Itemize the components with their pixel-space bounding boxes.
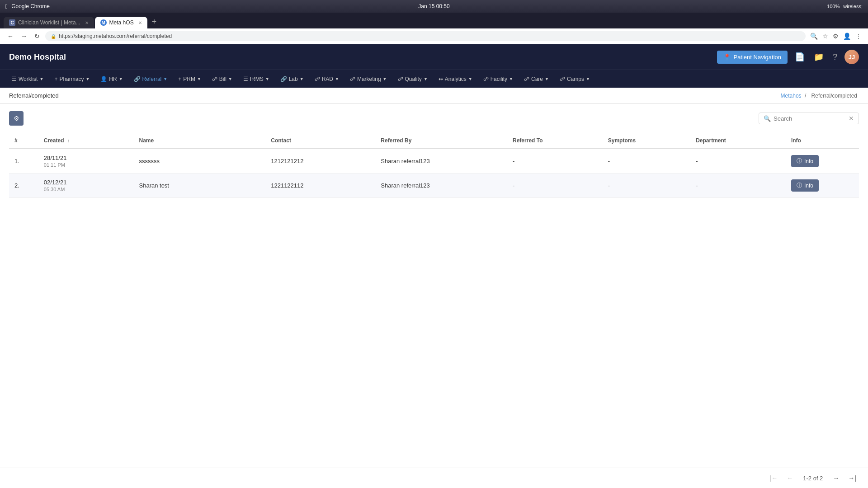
apple-icon:  xyxy=(5,3,8,10)
referral-icon: 🔗 xyxy=(134,76,141,82)
header-actions: 📍 Patient Navigation 📄 📁 ? JJ xyxy=(717,50,859,64)
nav-item-care[interactable]: ☍ Care ▼ xyxy=(519,74,553,84)
nav-item-analytics[interactable]: ↭ Analytics ▼ xyxy=(434,74,477,84)
zoom-button[interactable]: 🔍 xyxy=(809,32,819,41)
nav-item-irms[interactable]: ☰ IRMS ▼ xyxy=(239,74,274,84)
row2-symptoms: - xyxy=(603,174,690,198)
reload-button[interactable]: ↻ xyxy=(33,32,42,41)
nav-item-camps[interactable]: ☍ Camps ▼ xyxy=(555,74,594,84)
patient-nav-icon: 📍 xyxy=(723,54,731,61)
new-tab-button[interactable]: + xyxy=(148,15,160,28)
row1-referred-to: - xyxy=(507,149,603,174)
row1-info-button[interactable]: ⓘ Info xyxy=(791,155,819,167)
address-bar: ← → ↻ 🔒 https://staging.metahos.com/refe… xyxy=(0,28,868,44)
nav-label-care: Care xyxy=(531,76,543,82)
row1-department: - xyxy=(690,149,786,174)
nav-item-worklist[interactable]: ☰ Worklist ▼ xyxy=(7,74,48,84)
nav-item-quality[interactable]: ☍ Quality ▼ xyxy=(393,74,432,84)
nav-item-referral[interactable]: 🔗 Referral ▼ xyxy=(129,74,172,84)
nav-label-pharmacy: Pharmacy xyxy=(59,76,84,82)
nav-item-bill[interactable]: ☍ Bill ▼ xyxy=(208,74,237,84)
os-app-name: Google Chrome xyxy=(11,3,50,9)
table-header: # Created ↑ Name Contact Referred By Ref… xyxy=(9,133,859,149)
col-header-symptoms: Symptoms xyxy=(603,133,690,149)
tab-2-favicon: M xyxy=(100,19,107,26)
tab-2-title: Meta hOS xyxy=(109,19,134,26)
row1-date: 28/11/21 xyxy=(44,155,128,161)
browser-actions: 🔍 ☆ ⚙ 👤 ⋮ xyxy=(809,32,863,41)
os-bar-left:  Google Chrome xyxy=(5,3,50,10)
pharmacy-icon: + xyxy=(54,76,57,82)
nav-item-prm[interactable]: + PRM ▼ xyxy=(174,74,206,84)
prev-page-button[interactable]: ← xyxy=(784,473,796,483)
col-contact-label: Contact xyxy=(271,137,291,144)
col-info-label: Info xyxy=(791,137,801,144)
folder-icon-button[interactable]: 📁 xyxy=(812,50,826,64)
back-button[interactable]: ← xyxy=(5,32,15,41)
wifi-icon: wireless; xyxy=(843,4,863,9)
rad-icon: ☍ xyxy=(315,76,320,82)
nav-item-marketing[interactable]: ☍ Marketing ▼ xyxy=(345,74,392,84)
nav-item-lab[interactable]: 🔗 Lab ▼ xyxy=(276,74,308,84)
avatar[interactable]: JJ xyxy=(844,50,859,64)
nav-label-hr: HR xyxy=(109,76,117,82)
row1-name: sssssss xyxy=(134,149,266,174)
col-header-number: # xyxy=(9,133,38,149)
url-bar[interactable]: 🔒 https://staging.metahos.com/referral/c… xyxy=(45,31,806,41)
col-refby-label: Referred By xyxy=(381,137,411,144)
profile-button[interactable]: 👤 xyxy=(842,32,852,41)
search-input[interactable] xyxy=(774,115,846,122)
col-header-contact: Contact xyxy=(265,133,375,149)
worklist-icon: ☰ xyxy=(12,76,17,82)
first-page-button[interactable]: |← xyxy=(767,473,781,483)
patient-navigation-button[interactable]: 📍 Patient Navigation xyxy=(717,51,788,64)
breadcrumb-nav-current: Referral/completed xyxy=(811,93,857,99)
os-bar-right: 100% wireless; xyxy=(827,4,863,9)
document-icon-button[interactable]: 📄 xyxy=(793,50,807,64)
search-clear-icon[interactable]: ✕ xyxy=(849,115,854,122)
row2-contact: 1221122112 xyxy=(265,174,375,198)
breadcrumb-home-link[interactable]: Metahos xyxy=(781,93,802,99)
browser-chrome: C Clinician Worklist | Meta... ✕ M Meta … xyxy=(0,13,868,44)
nav-item-hr[interactable]: 👤 HR ▼ xyxy=(96,74,127,84)
settings-button[interactable]: ⚙ xyxy=(9,111,24,126)
row2-time: 05:30 AM xyxy=(44,187,128,192)
search-wrapper: 🔍 ✕ xyxy=(759,113,859,124)
care-icon: ☍ xyxy=(524,76,529,82)
last-page-button[interactable]: →| xyxy=(845,473,859,483)
row2-created: 02/12/21 05:30 AM xyxy=(38,174,134,198)
tab-1-close[interactable]: ✕ xyxy=(85,20,89,25)
extension-button[interactable]: ⚙ xyxy=(832,32,840,41)
row2-name: Sharan test xyxy=(134,174,266,198)
table-body: 1. 28/11/21 01:11 PM sssssss 1212121212 … xyxy=(9,149,859,198)
sort-icon: ↑ xyxy=(67,138,70,143)
col-header-created[interactable]: Created ↑ xyxy=(38,133,134,149)
nav-item-facility[interactable]: ☍ Facility ▼ xyxy=(479,74,518,84)
prm-icon: + xyxy=(178,76,181,82)
row2-referred-by: Sharan referral123 xyxy=(375,174,507,198)
marketing-icon: ☍ xyxy=(350,76,355,82)
nav-item-pharmacy[interactable]: + Pharmacy ▼ xyxy=(50,74,94,84)
breadcrumb-bar: Referral/completed Metahos / Referral/co… xyxy=(0,88,868,104)
help-icon-button[interactable]: ? xyxy=(831,51,839,64)
tab-2[interactable]: M Meta hOS ✕ xyxy=(95,17,147,28)
menu-button[interactable]: ⋮ xyxy=(854,32,863,41)
row2-info-button[interactable]: ⓘ Info xyxy=(791,179,819,192)
nav-label-worklist: Worklist xyxy=(19,76,38,82)
page-info: 1-2 of 2 xyxy=(803,475,823,482)
avatar-initials: JJ xyxy=(849,54,855,61)
patient-nav-label: Patient Navigation xyxy=(733,54,781,61)
referral-chevron: ▼ xyxy=(163,77,167,81)
tab-2-close[interactable]: ✕ xyxy=(138,20,142,25)
nav-label-rad: RAD xyxy=(322,76,333,82)
tab-1[interactable]: C Clinician Worklist | Meta... ✕ xyxy=(4,17,94,28)
col-name-label: Name xyxy=(139,137,154,144)
next-page-button[interactable]: → xyxy=(830,473,842,483)
forward-button[interactable]: → xyxy=(19,32,29,41)
bookmark-button[interactable]: ☆ xyxy=(821,32,829,41)
nav-label-prm: PRM xyxy=(183,76,195,82)
data-table: # Created ↑ Name Contact Referred By Ref… xyxy=(9,133,859,198)
os-datetime: Jan 15 00:50 xyxy=(418,3,449,9)
nav-item-rad[interactable]: ☍ RAD ▼ xyxy=(310,74,344,84)
row1-info-cell: ⓘ Info xyxy=(786,149,859,174)
